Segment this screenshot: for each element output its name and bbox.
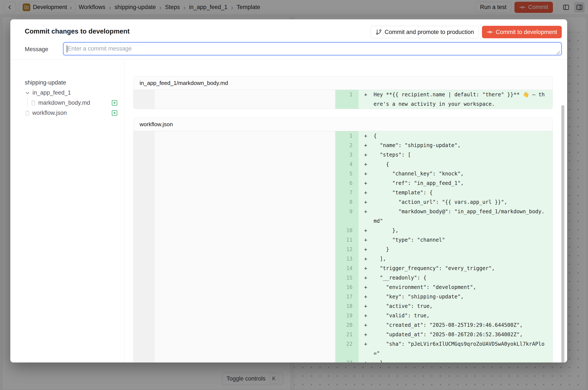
diff-old-content	[155, 207, 335, 226]
diff-line-number: 21	[335, 330, 359, 339]
commit-and-promote-label: Commit and promote to production	[384, 29, 474, 36]
diff-line-sign: +	[359, 283, 374, 292]
diff-old-gutter	[134, 264, 155, 273]
diff-line-sign: +	[359, 150, 374, 159]
diff-line: 7+ "template": {	[134, 188, 552, 197]
diff-old-gutter	[134, 330, 155, 339]
diff-old-gutter	[134, 235, 155, 245]
message-field-wrap	[63, 42, 562, 56]
diff-old-gutter	[134, 178, 155, 188]
diff-line: 13+ ],	[134, 254, 552, 264]
diff-filename: in_app_feed_1/markdown_body.md	[140, 80, 228, 86]
diff-line-text: "valid": true,	[374, 311, 552, 320]
modal-title: Commit changes to development	[25, 28, 129, 35]
diff-body: 1+Hey **{{ recipient.name | default: "th…	[134, 90, 552, 109]
tree-file-label: workflow.json	[32, 110, 67, 116]
diff-line-text: Hey **{{ recipient.name | default: "ther…	[374, 90, 552, 109]
diff-line-number: 8	[335, 197, 359, 207]
diff-line: 12+ }	[134, 245, 552, 254]
git-commit-icon	[487, 29, 493, 35]
diff-line-sign: +	[359, 131, 374, 141]
resize-grip-icon[interactable]	[555, 50, 560, 55]
diff-old-gutter	[134, 301, 155, 311]
diff-old-gutter	[134, 150, 155, 159]
diff-line-number: 1	[335, 131, 359, 141]
tree-item-markdown-body[interactable]: markdown_body.md	[25, 98, 117, 108]
diff-line-text: },	[374, 226, 552, 235]
diff-line-sign: +	[359, 254, 374, 264]
diff-line-sign: +	[359, 301, 374, 311]
diff-line-sign: +	[359, 339, 374, 358]
diff-file-header: in_app_feed_1/markdown_body.md	[134, 77, 552, 90]
diff-old-gutter	[134, 273, 155, 283]
diff-old-gutter	[134, 292, 155, 301]
diff-line-sign: +	[359, 169, 374, 178]
diff-line-number: 11	[335, 235, 359, 245]
diff-line: 6+ "ref": "in_app_feed_1",	[134, 178, 552, 188]
diff-line-text: "updated_at": "2025-08-26T20:26:52.36400…	[374, 330, 552, 339]
commit-to-development-label: Commit to development	[496, 29, 557, 36]
diff-old-content	[155, 358, 335, 362]
diff-line-number: 20	[335, 320, 359, 330]
text-caret	[67, 45, 67, 52]
diff-line-text: "steps": [	[374, 150, 552, 159]
modal-scrollbar-thumb[interactable]	[561, 105, 564, 362]
diff-line-sign: +	[359, 264, 374, 273]
diff-line: 5+ "channel_key": "knock",	[134, 169, 552, 178]
diff-line-text: "key": "shipping-update",	[374, 292, 552, 301]
diff-line-text: "action_url": "{{ vars.app_url }}",	[374, 197, 552, 207]
diff-line-sign: +	[359, 330, 374, 339]
diff-line-number: 9	[335, 207, 359, 226]
diff-old-content	[155, 330, 335, 339]
diff-line: 23+ }	[134, 358, 552, 362]
diff-line-number: 14	[335, 264, 359, 273]
tree-folder-label: in_app_feed_1	[33, 90, 71, 96]
file-icon	[31, 100, 36, 105]
diff-line-sign: +	[359, 188, 374, 197]
diff-line-sign: +	[359, 235, 374, 245]
diff-line: 2+ "name": "shipping-update",	[134, 141, 552, 150]
diff-line-number: 2	[335, 141, 359, 150]
diff-old-gutter	[134, 90, 155, 109]
diff-line: 20+ "created_at": "2025-08-25T19:29:46.6…	[134, 320, 552, 330]
diff-line-sign: +	[359, 311, 374, 320]
diff-old-gutter	[134, 169, 155, 178]
commit-and-promote-button[interactable]: Commit and promote to production	[371, 26, 479, 38]
diff-line-number: 5	[335, 169, 359, 178]
diff-line-number: 22	[335, 339, 359, 358]
diff-old-content	[155, 283, 335, 292]
diff-old-content	[155, 339, 335, 358]
diff-old-content	[155, 178, 335, 188]
diff-line: 22+ "sha": "pJeLVir6xIlUCMGqs9qroZoUAVDS…	[134, 339, 552, 358]
tree-indent-guide	[27, 98, 28, 107]
tree-item-workflow-json[interactable]: workflow.json	[25, 108, 117, 118]
diff-filename: workflow.json	[140, 121, 173, 128]
diff-line: 4+ {	[134, 159, 552, 169]
diff-line-sign: +	[359, 358, 374, 362]
diff-line-number: 7	[335, 188, 359, 197]
tree-item-workflow-root[interactable]: shipping-update	[25, 78, 117, 88]
diff-line: 19+ "valid": true,	[134, 311, 552, 320]
git-branch-icon	[375, 29, 382, 35]
tree-item-folder[interactable]: in_app_feed_1	[25, 88, 117, 98]
changed-files-tree: shipping-update in_app_feed_1 markdown_b…	[25, 78, 117, 118]
diff-line: 1+{	[134, 131, 552, 141]
diff-old-gutter	[134, 188, 155, 197]
diff-old-gutter	[134, 159, 155, 169]
commit-to-development-button[interactable]: Commit to development	[482, 26, 562, 38]
diff-line-number: 23	[335, 358, 359, 362]
diff-old-content	[155, 226, 335, 235]
diff-old-content	[155, 141, 335, 150]
diff-line-number: 13	[335, 254, 359, 264]
diff-panel: in_app_feed_1/markdown_body.md1+Hey **{{…	[133, 76, 553, 109]
diff-old-content	[155, 320, 335, 330]
diff-old-content	[155, 188, 335, 197]
diff-old-content	[155, 197, 335, 207]
diff-old-gutter	[134, 131, 155, 141]
diff-line-sign: +	[359, 226, 374, 235]
diff-line-number: 12	[335, 245, 359, 254]
diff-old-gutter	[134, 226, 155, 235]
diff-line-text: "sha": "pJeLVir6xIlUCMGqs9qroZoUAVDSwA0y…	[374, 339, 552, 358]
commit-message-input[interactable]	[63, 42, 562, 55]
diff-line-text: "type": "channel"	[374, 235, 552, 245]
